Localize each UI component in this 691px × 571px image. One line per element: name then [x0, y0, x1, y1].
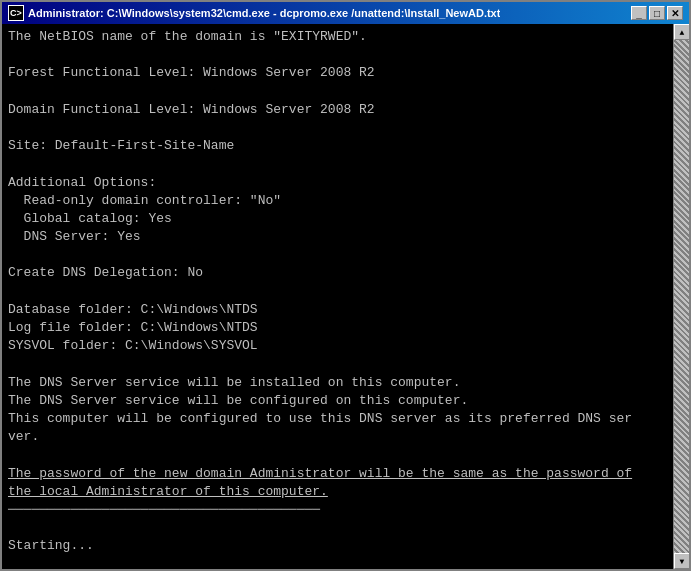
- window-title: Administrator: C:\Windows\system32\cmd.e…: [28, 7, 500, 19]
- scrollbar[interactable]: ▲ ▼: [673, 24, 689, 569]
- maximize-button[interactable]: □: [649, 6, 665, 20]
- title-bar-left: C> Administrator: C:\Windows\system32\cm…: [8, 5, 500, 21]
- title-buttons: _ □ ✕: [631, 6, 683, 20]
- scroll-track[interactable]: [674, 40, 689, 553]
- scroll-up-button[interactable]: ▲: [674, 24, 689, 40]
- window-icon: C>: [8, 5, 24, 21]
- close-button[interactable]: ✕: [667, 6, 683, 20]
- scroll-down-button[interactable]: ▼: [674, 553, 689, 569]
- content-area: The NetBIOS name of the domain is "EXITY…: [2, 24, 689, 569]
- cmd-window: C> Administrator: C:\Windows\system32\cm…: [0, 0, 691, 571]
- minimize-button[interactable]: _: [631, 6, 647, 20]
- title-bar: C> Administrator: C:\Windows\system32\cm…: [2, 2, 689, 24]
- terminal-output[interactable]: The NetBIOS name of the domain is "EXITY…: [2, 24, 673, 569]
